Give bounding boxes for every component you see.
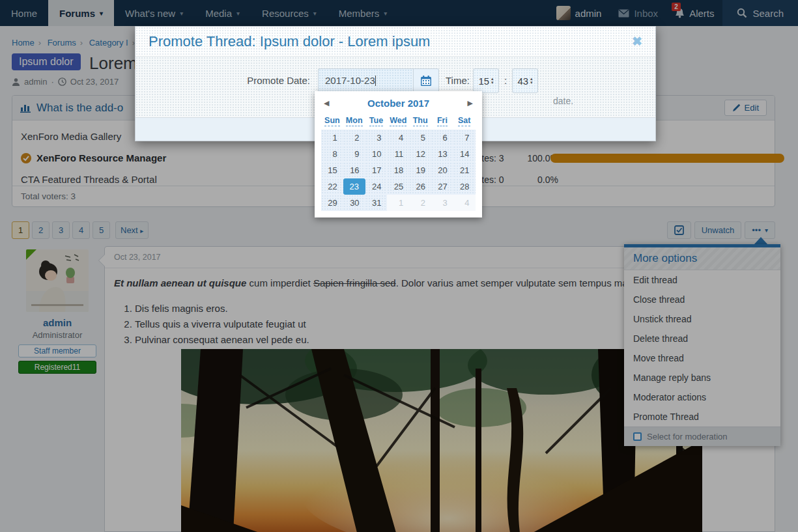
calendar-day[interactable]: 20 [431,162,453,178]
time-label: Time: [446,68,470,93]
day-header[interactable]: Thu [413,116,428,126]
spinner-arrows-icon[interactable]: ▴▾ [491,77,494,85]
calendar-day[interactable]: 6 [431,130,453,146]
calendar-day[interactable]: 25 [387,178,409,195]
minute-spinner[interactable]: 43 ▴▾ [512,68,538,93]
calendar-day[interactable]: 16 [343,162,365,178]
text-cursor [375,76,376,86]
calendar-month-year: October 2017 [337,98,460,109]
calendar-day[interactable]: 17 [365,162,388,178]
calendar-week: 2930311234 [321,195,476,211]
day-header[interactable]: Tue [369,116,383,126]
calendar-day[interactable]: 8 [321,146,343,162]
calendar-week: 1234567 [321,130,476,146]
calendar-day[interactable]: 28 [453,178,476,195]
calendar-day[interactable]: 21 [453,162,476,178]
calendar-day-next-month[interactable]: 2 [409,195,431,211]
calendar-day[interactable]: 7 [453,130,476,146]
promote-date-label: Promote Date: [135,68,310,93]
time-colon: : [504,68,507,93]
calendar-day[interactable]: 1 [321,130,343,146]
calendar-day[interactable]: 19 [409,162,431,178]
calendar-day[interactable]: 29 [321,195,343,211]
calendar-day[interactable]: 27 [431,178,453,195]
calendar-icon [420,75,432,87]
modal-title: Promote Thread: Ipsum dolor - Lorem ipsu… [149,33,430,50]
modal-header: Promote Thread: Ipsum dolor - Lorem ipsu… [135,27,655,57]
calendar-week: 15161718192021 [321,162,476,178]
calendar-day[interactable]: 26 [409,178,431,195]
day-header[interactable]: Wed [390,116,406,126]
calendar-day[interactable]: 30 [343,195,365,211]
calendar-day[interactable]: 14 [453,146,476,162]
day-header[interactable]: Fri [437,116,448,126]
calendar-day[interactable]: 15 [321,162,343,178]
calendar-day[interactable]: 2 [343,130,365,146]
promote-date-input[interactable]: 2017-10-23 [318,68,413,93]
hour-value: 15 [478,76,489,87]
calendar-day[interactable]: 3 [365,130,388,146]
calendar-day-next-month[interactable]: 3 [431,195,453,211]
day-header[interactable]: Sun [324,116,340,126]
next-month-icon[interactable]: ▶ [460,99,473,107]
hour-spinner[interactable]: 15 ▴▾ [473,68,499,93]
calendar-day-selected[interactable]: 23 [343,178,365,195]
calendar-day[interactable]: 22 [321,178,343,195]
calendar-day[interactable]: 5 [409,130,431,146]
date-picker-popup: ◀ October 2017 ▶ Sun Mon Tue Wed Thu Fri… [315,91,482,217]
calendar-week: 891011121314 [321,146,476,162]
date-hint-text: date. [553,96,573,106]
close-icon[interactable]: ✖ [632,34,642,49]
calendar-day-next-month[interactable]: 4 [453,195,476,211]
calendar-day[interactable]: 12 [409,146,431,162]
day-header[interactable]: Sat [458,116,470,126]
date-value: 2017-10-23 [325,75,375,86]
spinner-arrows-icon[interactable]: ▴▾ [530,77,533,85]
calendar-day[interactable]: 9 [343,146,365,162]
calendar-day[interactable]: 24 [365,178,388,195]
prev-month-icon[interactable]: ◀ [324,99,337,107]
calendar-day[interactable]: 13 [431,146,453,162]
minute-value: 43 [517,76,528,87]
calendar-day[interactable]: 11 [387,146,409,162]
calendar-day[interactable]: 10 [365,146,388,162]
calendar-day[interactable]: 4 [387,130,409,146]
calendar-day-next-month[interactable]: 1 [387,195,409,211]
calendar-day-headers: Sun Mon Tue Wed Thu Fri Sat [321,114,476,130]
calendar-week: 22232425262728 [321,178,476,195]
calendar-day[interactable]: 31 [365,195,388,211]
calendar-picker-button[interactable] [413,68,439,93]
day-header[interactable]: Mon [346,116,363,126]
calendar-nav: ◀ October 2017 ▶ [321,96,476,114]
calendar-day[interactable]: 18 [387,162,409,178]
